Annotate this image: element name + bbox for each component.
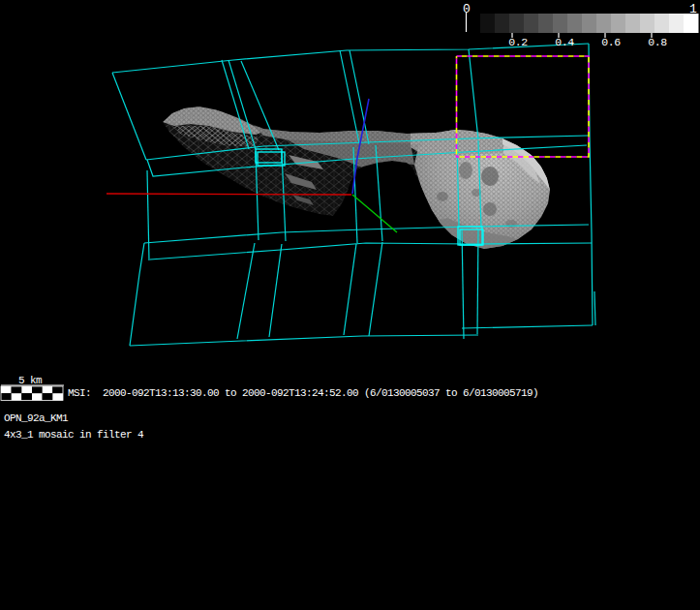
svg-text:0.8: 0.8 bbox=[648, 36, 667, 48]
svg-text:1: 1 bbox=[689, 2, 697, 16]
svg-text:MSI: 2000-092T13:13:30.00 to: MSI: 2000-092T13:13:30.00 to 2000-092T13… bbox=[68, 387, 538, 399]
svg-text:5 km: 5 km bbox=[18, 375, 43, 386]
svg-text:0.4: 0.4 bbox=[555, 36, 574, 48]
svg-text:0.6: 0.6 bbox=[601, 36, 621, 48]
svg-text:OPN_92a_KM1: OPN_92a_KM1 bbox=[4, 412, 69, 424]
svg-text:0: 0 bbox=[463, 2, 471, 16]
svg-text:4x3_1 mosaic in filter 4: 4x3_1 mosaic in filter 4 bbox=[4, 429, 144, 441]
svg-text:0.2: 0.2 bbox=[508, 36, 528, 48]
